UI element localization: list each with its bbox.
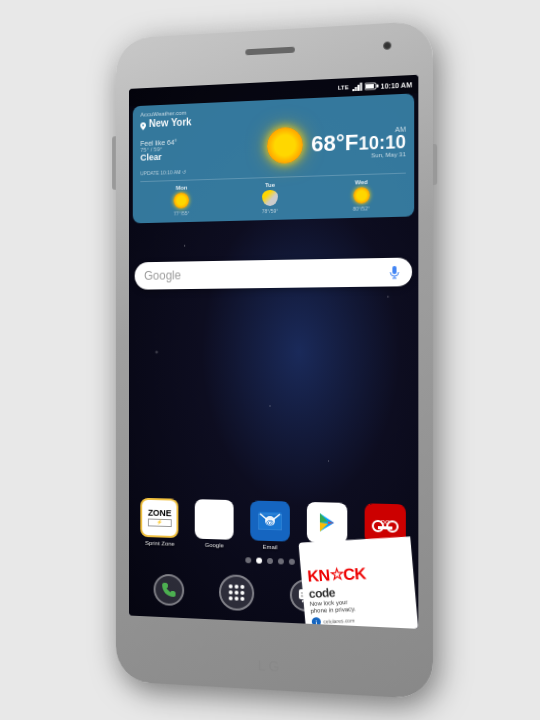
svg-rect-8 xyxy=(392,265,396,273)
knock-ck: CK xyxy=(342,564,366,582)
app-sprint-zone[interactable]: ZONE ⚡ Sprint Zone xyxy=(141,498,179,547)
app-google[interactable]: Google xyxy=(195,499,234,549)
search-bar[interactable]: Google xyxy=(135,258,412,290)
forecast-wed-label: Wed xyxy=(317,178,406,187)
svg-rect-1 xyxy=(354,87,356,91)
dock-apps-grid[interactable] xyxy=(219,574,254,611)
forecast-wed-icon xyxy=(353,187,369,204)
lg-logo: LG xyxy=(258,657,282,674)
battery-icon xyxy=(364,82,378,91)
side-button xyxy=(433,144,437,185)
dock-phone[interactable] xyxy=(154,574,185,607)
svg-rect-0 xyxy=(352,89,354,91)
phone-speaker xyxy=(245,47,295,56)
signal-icon xyxy=(352,83,362,92)
forecast-mon-icon xyxy=(174,192,189,208)
app-email-label: Email xyxy=(263,544,278,550)
svg-text:@: @ xyxy=(266,518,274,527)
status-lte: LTE xyxy=(338,84,349,91)
svg-rect-5 xyxy=(376,84,378,87)
weather-clock: 10:10 xyxy=(358,132,405,152)
weather-forecast: Mon 77°/55° Tue 78°/59° Wed 80°/52° xyxy=(140,173,406,218)
dot-3[interactable] xyxy=(278,558,284,564)
forecast-mon-range: 77°/55° xyxy=(140,209,223,217)
celulares-logo: i celulares.com xyxy=(311,615,355,627)
svg-rect-6 xyxy=(365,84,373,88)
phone-camera xyxy=(383,41,391,50)
forecast-tue-range: 78°/59° xyxy=(227,207,313,215)
app-email[interactable]: @ Email xyxy=(250,501,290,551)
status-icons: 10:10 AM xyxy=(352,80,412,91)
weather-widget[interactable]: AccuWeather.com New York Feel like 64° 7… xyxy=(133,93,414,223)
forecast-tue: Tue 78°/59° xyxy=(227,181,313,215)
screen-background: LTE 10:10 AM xyxy=(129,75,418,629)
forecast-wed-range: 80°/52° xyxy=(317,204,406,212)
status-time: 10:10 AM xyxy=(381,81,413,90)
svg-rect-3 xyxy=(360,83,362,91)
mic-icon[interactable] xyxy=(387,265,401,280)
dot-4[interactable] xyxy=(289,559,295,565)
knock-subtitle-2: phone in privacy. xyxy=(310,606,356,615)
phone-screen: LTE 10:10 AM xyxy=(129,75,418,629)
phone-device: LTE 10:10 AM xyxy=(116,21,433,700)
knock-code-title: KN☆CK code xyxy=(307,565,368,600)
forecast-tue-icon xyxy=(262,190,278,206)
app-google-label: Google xyxy=(205,542,224,549)
svg-rect-17 xyxy=(378,526,392,529)
app-sprint-zone-label: Sprint Zone xyxy=(145,540,175,547)
weather-sun-icon xyxy=(267,127,303,164)
forecast-mon-label: Mon xyxy=(140,183,223,191)
volume-button xyxy=(112,136,116,190)
forecast-mon: Mon 77°/55° xyxy=(140,183,223,217)
celulares-text: celulares.com xyxy=(323,617,355,624)
svg-rect-2 xyxy=(357,85,359,91)
weather-city: New York xyxy=(149,116,192,129)
svg-text:oo: oo xyxy=(380,517,390,527)
weather-temperature: 68°F xyxy=(311,129,358,157)
dot-2[interactable] xyxy=(267,558,273,564)
forecast-wed: Wed 80°/52° xyxy=(317,178,406,213)
location-icon xyxy=(140,122,146,130)
dot-1[interactable] xyxy=(256,558,262,564)
dot-0[interactable] xyxy=(245,557,251,563)
knock-code-badge[interactable]: KN☆CK code Now lock your phone in privac… xyxy=(298,537,418,629)
knock-kn: KN xyxy=(307,566,331,584)
forecast-tue-label: Tue xyxy=(227,181,313,190)
google-logo: Google xyxy=(144,265,387,283)
